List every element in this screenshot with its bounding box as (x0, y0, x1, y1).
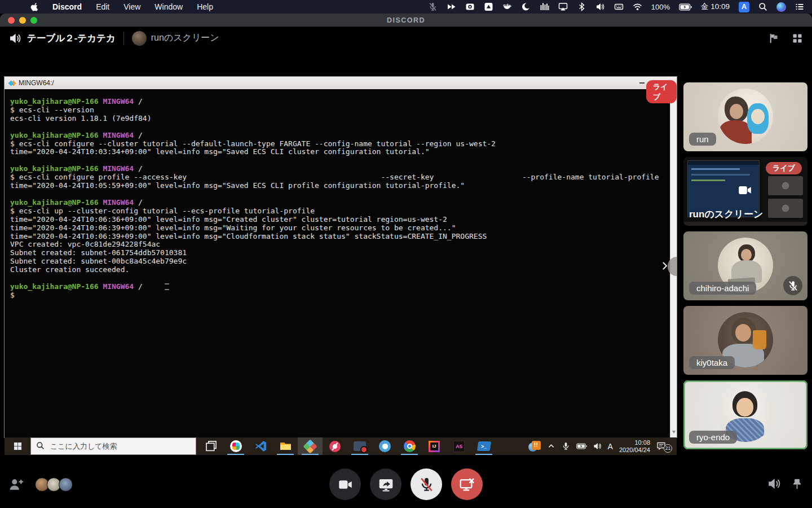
recorder-icon (354, 441, 366, 451)
battery-icon[interactable] (679, 3, 692, 11)
camera-icon (738, 183, 752, 198)
wifi-icon[interactable] (633, 2, 642, 11)
battery-percent: 100% (651, 3, 670, 11)
control-center-list-icon[interactable] (795, 2, 804, 11)
camera-icon (338, 477, 353, 492)
screen-record-icon[interactable] (465, 2, 475, 11)
menu-edit[interactable]: Edit (96, 2, 109, 11)
taskbar-app-screen-recorder[interactable] (347, 437, 372, 455)
disconnect-button[interactable] (451, 468, 483, 500)
tray-chevron-up-icon[interactable] (547, 442, 555, 450)
stream-preview-tile (768, 199, 803, 218)
taskbar-app-slack[interactable] (223, 437, 248, 455)
volume-icon[interactable] (595, 2, 605, 11)
call-controls (329, 468, 483, 500)
participant-tile-run-screen[interactable]: ライブrunのスクリーン (683, 157, 807, 226)
camera-button[interactable] (329, 468, 361, 500)
slack-icon (230, 440, 242, 452)
tray-mic-icon[interactable] (562, 442, 570, 450)
siri-icon[interactable] (776, 2, 786, 12)
participant-tile-kiy0taka[interactable]: kiy0taka (683, 306, 807, 375)
grid-view-icon[interactable] (792, 33, 803, 44)
macos-menu-bar: DiscordEditViewWindowHelp 100% 金 10:09 A (0, 0, 812, 14)
taskbar-app-msys2-terminal[interactable] (298, 437, 323, 455)
screenshare-button[interactable] (370, 468, 401, 500)
text-cursor (165, 283, 169, 290)
mini-avatar[interactable] (59, 478, 73, 492)
taskbar-app-task-view[interactable] (198, 437, 223, 455)
menu-view[interactable]: View (123, 2, 140, 11)
menu-help[interactable]: Help (197, 2, 213, 11)
terminal-minimize-button[interactable] (638, 80, 645, 86)
taskbar-app-file-explorer[interactable] (273, 437, 298, 455)
taskbar-app-snipping-tool[interactable] (323, 437, 347, 455)
double-chevron-icon[interactable] (447, 2, 456, 11)
menubar-clock[interactable]: 金 10:09 (701, 2, 730, 12)
tray-battery-icon[interactable] (576, 443, 587, 449)
windows-taskbar: !! A 10:08 2020/04/24 21 (5, 437, 677, 455)
menubar-menus: DiscordEditViewWindowHelp (52, 2, 213, 11)
streamer-avatar[interactable] (132, 31, 147, 46)
taskbar-app-vscode[interactable] (248, 437, 273, 455)
ime-badge[interactable]: A (739, 2, 749, 12)
tray-clock[interactable]: 10:08 2020/04/24 (619, 439, 650, 453)
taskbar-app-docker-desktop[interactable] (372, 437, 397, 455)
airplay-icon[interactable] (558, 2, 568, 11)
bluetooth-icon[interactable] (577, 2, 586, 11)
menubar-status-icons (428, 2, 642, 11)
mute-button[interactable] (411, 468, 442, 500)
keyboard-icon[interactable] (614, 2, 624, 11)
alert-badge: !! (532, 441, 541, 450)
menu-discord[interactable]: Discord (52, 2, 82, 11)
menu-window[interactable]: Window (155, 2, 183, 11)
tray-ime-badge[interactable]: A (608, 442, 613, 451)
live-badge: ライブ (766, 162, 802, 174)
terminal-output: yuko_kajihara@NP-166 MINGW64 / $ ecs-cli… (5, 89, 670, 437)
eq-bars-icon[interactable] (540, 2, 549, 11)
participant-tile-run[interactable]: run (683, 82, 807, 151)
volume-icon[interactable] (767, 477, 781, 491)
drive-icon[interactable] (484, 2, 493, 11)
participant-tile-chihiro-adachi[interactable]: chihiro-adachi (683, 231, 807, 300)
tray-date: 2020/04/24 (619, 446, 650, 454)
apple-icon[interactable] (30, 2, 39, 12)
crescent-icon[interactable] (521, 2, 531, 11)
chevron-right-icon[interactable] (660, 260, 669, 271)
tray-volume-icon[interactable] (593, 442, 602, 450)
app-logo: DISCORD (0, 16, 812, 24)
intellij-icon (429, 441, 440, 452)
mic-muted-dark-icon (419, 477, 434, 492)
system-tray: !! A 10:08 2020/04/24 21 (528, 439, 677, 453)
tray-alert-icon[interactable]: !! (528, 441, 541, 452)
taskbar-app-intellij-idea[interactable] (422, 437, 447, 455)
participant-avatar (718, 89, 773, 144)
windows-search-input[interactable] (30, 437, 196, 455)
tray-time: 10:08 (619, 439, 650, 446)
taskbar-app-powershell[interactable] (471, 437, 496, 455)
pin-icon[interactable] (791, 478, 803, 490)
notification-center-icon[interactable]: 21 (656, 440, 672, 453)
window-titlebar: DISCORD (0, 14, 812, 27)
participant-name: kiy0taka (689, 356, 735, 369)
divider (123, 32, 124, 45)
snip-icon (329, 441, 341, 452)
channel-name: テーブル２-テカテカ (27, 32, 116, 45)
taskbar-app-a5-sql[interactable] (447, 437, 471, 455)
powershell-icon (476, 441, 491, 451)
mic-muted-icon[interactable] (428, 2, 438, 11)
windows-logo-icon (14, 442, 22, 450)
windows-start-button[interactable] (5, 437, 30, 455)
person-add-icon[interactable] (9, 477, 24, 492)
taskbar-app-chrome[interactable] (397, 437, 422, 455)
notification-count: 21 (664, 444, 672, 453)
terminal-titlebar[interactable]: MINGW64:/ (5, 77, 677, 89)
scroll-down-arrow-icon[interactable] (672, 431, 676, 435)
stream-preview-taskbar (683, 222, 807, 226)
docker-icon[interactable] (502, 2, 512, 11)
participant-name: chihiro-adachi (689, 282, 756, 295)
flag-icon[interactable] (768, 33, 779, 44)
participant-tile-ryo-endo[interactable]: ryo-endo (683, 380, 807, 449)
spotlight-icon[interactable] (758, 2, 767, 11)
msys2-logo-icon (8, 80, 14, 86)
screenshare-icon (378, 477, 394, 492)
